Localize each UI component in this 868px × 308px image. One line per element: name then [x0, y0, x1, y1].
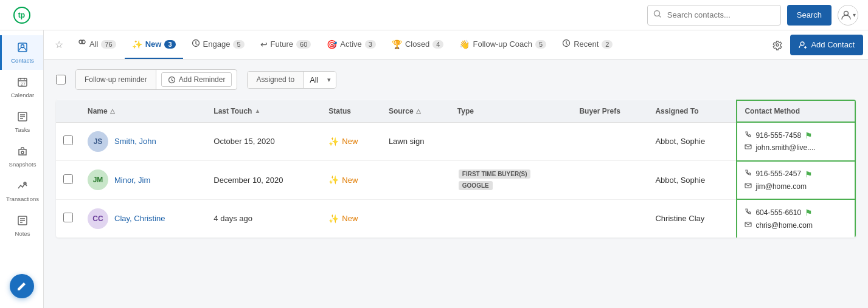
tab-new-badge: 3 [164, 40, 175, 49]
select-all-checkbox[interactable] [56, 75, 66, 84]
assigned-select[interactable]: All [304, 72, 336, 88]
th-contact-method[interactable]: Contact Method [737, 100, 855, 122]
search-icon [653, 10, 662, 20]
th-type-label: Type [457, 107, 474, 115]
th-buyer-prefs[interactable]: Buyer Prefs [572, 100, 648, 122]
name-sort-icon: △ [110, 108, 115, 114]
th-assigned-to[interactable]: Assigned To [648, 100, 737, 122]
table-row: JS Smith, John October 15, 2020 ✨ New [56, 122, 855, 161]
contact-name-3[interactable]: Clay, Christine [114, 214, 165, 223]
row-checkbox-1[interactable] [63, 135, 73, 145]
sidebar-item-calendar[interactable]: 27 Calendar [0, 70, 43, 104]
name-cell-2: JM Minor, Jim [80, 161, 206, 200]
contact-name-1[interactable]: Smith, John [114, 137, 156, 146]
table-row: CC Clay, Christine 4 days ago ✨ New [56, 199, 855, 238]
tab-all-label: All [89, 39, 98, 49]
source-1: Lawn sign [381, 122, 450, 161]
row-checkbox-3[interactable] [63, 213, 73, 222]
row-checkbox-2[interactable] [63, 174, 73, 184]
row-cb-cell-2 [56, 161, 80, 200]
row-cb-cell [56, 122, 80, 161]
tab-recent[interactable]: Recent 2 [555, 30, 620, 59]
sidebar-label-tasks: Tasks [15, 126, 30, 133]
dropdown-arrow-icon: ▾ [853, 12, 856, 18]
followup-reminder-label: Follow-up reminder [85, 75, 147, 84]
sidebar-item-transactions[interactable]: Transactions [0, 174, 43, 208]
tab-new[interactable]: ✨ New 3 [125, 30, 183, 59]
th-last-touch[interactable]: Last Touch ▲ [206, 100, 321, 122]
phone-icon-3 [745, 207, 752, 219]
sidebar-item-tasks[interactable]: Tasks [0, 104, 43, 139]
tab-followup[interactable]: 👋 Follow-up Coach 5 [452, 30, 554, 59]
tag-first-time-buyer: FIRST TIME BUYER(S) [459, 169, 531, 179]
email-icon-2 [745, 181, 752, 193]
status-icon-3: ✨ [328, 214, 339, 224]
th-checkbox [56, 100, 80, 122]
new-tab-icon: ✨ [132, 39, 142, 49]
table-row: JM Minor, Jim December 10, 2020 ✨ New [56, 161, 855, 200]
tab-engage[interactable]: Engage 5 [184, 30, 252, 59]
sidebar-label-calendar: Calendar [11, 92, 35, 98]
th-name[interactable]: Name △ [80, 100, 206, 122]
phone-3: 604-555-6610 [755, 207, 801, 219]
user-avatar-button[interactable]: ▾ [838, 5, 858, 26]
buyer-prefs-3 [572, 199, 648, 238]
source-2 [381, 161, 450, 200]
followup-filter: Follow-up reminder Add Reminder [75, 69, 237, 90]
tab-future[interactable]: ↩ Future 60 [253, 30, 319, 59]
fab-edit-button[interactable] [10, 274, 34, 298]
status-label-2: New [342, 176, 358, 185]
star-tab[interactable]: ☆ [49, 35, 69, 54]
sidebar-label-contacts: Contacts [11, 57, 34, 64]
tab-all[interactable]: All 76 [71, 30, 123, 59]
status-2: ✨ New [321, 161, 381, 200]
tasks-icon [16, 111, 29, 125]
row-cb-cell-3 [56, 199, 80, 238]
avatar-2: JM [88, 169, 108, 190]
source-3 [381, 199, 450, 238]
contact-method-3: 604-555-6610 ⚑ chris@home.com [737, 199, 855, 238]
email-2: jim@home.com [755, 181, 807, 193]
status-icon-2: ✨ [328, 175, 339, 185]
logo: tp [0, 0, 44, 30]
all-tab-icon [78, 39, 86, 49]
email-icon-1 [745, 142, 752, 154]
followup-label: Follow-up reminder [76, 70, 156, 89]
email-1: john.smith@live.... [755, 142, 815, 154]
tag-google: GOOGLE [459, 181, 493, 190]
table-settings-icon[interactable] [766, 36, 789, 54]
add-reminder-button[interactable]: Add Reminder [161, 72, 232, 87]
assigned-select-wrapper: All [304, 72, 336, 88]
th-type[interactable]: Type [450, 100, 572, 122]
th-assigned-to-label: Assigned To [655, 107, 698, 115]
svg-point-8 [654, 11, 659, 16]
email-icon-3 [745, 220, 752, 231]
name-cell-3: CC Clay, Christine [80, 199, 206, 238]
svg-point-11 [82, 40, 85, 44]
tab-all-badge: 76 [101, 40, 116, 49]
last-touch-3: 4 days ago [206, 199, 321, 238]
search-button[interactable]: Search [787, 5, 832, 26]
search-input[interactable] [647, 5, 781, 26]
sidebar-item-contacts[interactable]: Contacts [0, 35, 43, 70]
contact-method-2: 916-555-2457 ⚑ jim@home.com [737, 161, 855, 200]
avatar-3: CC [88, 208, 108, 229]
tab-engage-label: Engage [203, 39, 231, 49]
email-3: chris@home.com [755, 220, 813, 231]
tab-active[interactable]: 🎯 Active 3 [319, 30, 383, 59]
th-source-label: Source [389, 107, 414, 115]
tab-future-badge: 60 [296, 40, 311, 49]
add-reminder-label: Add Reminder [179, 75, 226, 84]
tab-closed[interactable]: 🏆 Closed 4 [384, 30, 451, 59]
sidebar-item-snapshots[interactable]: Snapshots [0, 139, 43, 174]
phone-icon-1 [745, 130, 752, 142]
add-contact-button[interactable]: Add Contact [790, 35, 863, 55]
top-header: Search ▾ [44, 0, 868, 30]
tab-followup-badge: 5 [535, 40, 546, 49]
contact-name-2[interactable]: Minor, Jim [114, 176, 150, 185]
sidebar-item-notes[interactable]: Notes [0, 208, 43, 243]
th-source[interactable]: Source △ [381, 100, 450, 122]
th-status[interactable]: Status [321, 100, 381, 122]
main-content: Search ▾ ☆ All 76 ✨ New 3 [44, 0, 868, 308]
type-3 [450, 199, 572, 238]
